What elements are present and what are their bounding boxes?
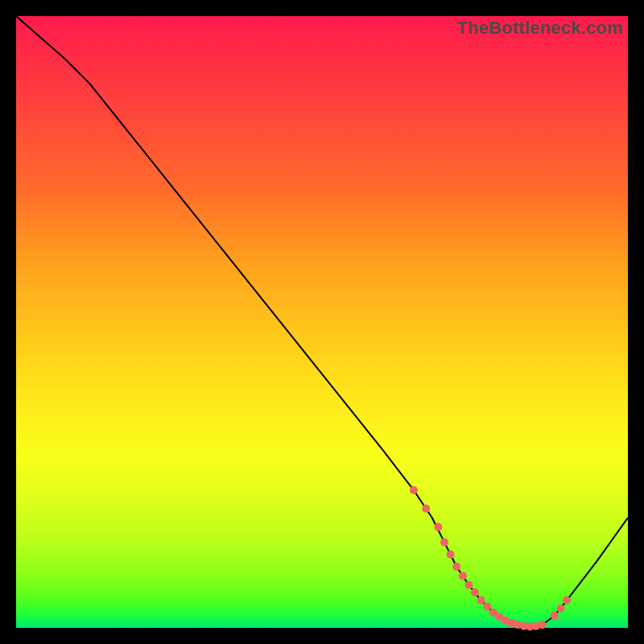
highlight-dot [434,523,442,531]
highlight-dot [563,597,571,605]
highlight-dot [464,581,473,589]
chart-overlay [16,16,628,628]
highlight-dots [410,486,571,631]
highlight-dot [410,486,418,494]
highlight-dot [477,597,485,605]
highlight-dot [447,551,455,559]
highlight-dot [483,602,491,610]
chart-frame: TheBottleneck.com [0,0,644,644]
highlight-dot [556,605,564,613]
highlight-dot [459,572,467,580]
highlight-dot [471,588,479,597]
highlight-dot [452,563,460,571]
highlight-dot [422,505,430,513]
bottleneck-curve [16,16,628,627]
highlight-dot [440,539,448,547]
plot-area: TheBottleneck.com [16,16,628,628]
highlight-dot [539,621,547,629]
highlight-dot [551,612,559,620]
